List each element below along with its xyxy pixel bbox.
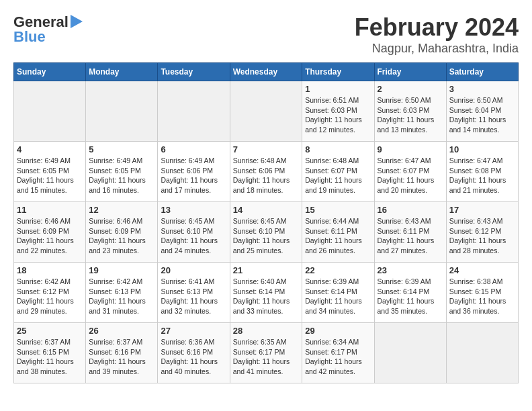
- day-info: Sunrise: 6:43 AM Sunset: 6:11 PM Dayligh…: [378, 216, 443, 256]
- day-info: Sunrise: 6:42 AM Sunset: 6:12 PM Dayligh…: [17, 277, 83, 316]
- calendar-cell: 27Sunrise: 6:36 AM Sunset: 6:16 PM Dayli…: [158, 323, 230, 383]
- day-info: Sunrise: 6:49 AM Sunset: 6:05 PM Dayligh…: [89, 156, 154, 195]
- calendar-cell: [230, 81, 302, 142]
- day-info: Sunrise: 6:46 AM Sunset: 6:09 PM Dayligh…: [17, 216, 83, 256]
- calendar-header-monday: Monday: [86, 63, 158, 81]
- day-number: 4: [17, 144, 83, 154]
- day-number: 21: [233, 265, 300, 275]
- day-info: Sunrise: 6:49 AM Sunset: 6:05 PM Dayligh…: [17, 156, 83, 195]
- svg-marker-0: [71, 15, 83, 28]
- calendar-cell: 7Sunrise: 6:48 AM Sunset: 6:06 PM Daylig…: [230, 142, 302, 202]
- day-info: Sunrise: 6:49 AM Sunset: 6:06 PM Dayligh…: [161, 156, 226, 195]
- calendar-header-saturday: Saturday: [446, 63, 518, 81]
- calendar-week-3: 11Sunrise: 6:46 AM Sunset: 6:09 PM Dayli…: [14, 202, 519, 263]
- day-number: 3: [449, 84, 515, 94]
- calendar-cell: 28Sunrise: 6:35 AM Sunset: 6:17 PM Dayli…: [230, 323, 302, 383]
- day-number: 14: [233, 205, 300, 215]
- day-info: Sunrise: 6:37 AM Sunset: 6:15 PM Dayligh…: [17, 337, 83, 377]
- day-info: Sunrise: 6:41 AM Sunset: 6:13 PM Dayligh…: [161, 277, 226, 316]
- calendar-cell: 25Sunrise: 6:37 AM Sunset: 6:15 PM Dayli…: [14, 323, 86, 383]
- day-info: Sunrise: 6:48 AM Sunset: 6:07 PM Dayligh…: [305, 156, 371, 195]
- calendar-cell: [14, 81, 86, 142]
- day-info: Sunrise: 6:39 AM Sunset: 6:14 PM Dayligh…: [305, 277, 371, 316]
- day-info: Sunrise: 6:38 AM Sunset: 6:15 PM Dayligh…: [449, 277, 515, 316]
- day-number: 18: [17, 265, 83, 275]
- day-info: Sunrise: 6:47 AM Sunset: 6:07 PM Dayligh…: [378, 156, 443, 195]
- calendar-cell: 13Sunrise: 6:45 AM Sunset: 6:10 PM Dayli…: [158, 202, 230, 263]
- calendar-cell: 24Sunrise: 6:38 AM Sunset: 6:15 PM Dayli…: [446, 263, 518, 323]
- logo-arrow-icon: [71, 15, 83, 31]
- day-number: 29: [305, 326, 371, 336]
- day-info: Sunrise: 6:45 AM Sunset: 6:10 PM Dayligh…: [161, 216, 226, 256]
- calendar-cell: [446, 323, 518, 383]
- day-info: Sunrise: 6:50 AM Sunset: 6:04 PM Dayligh…: [449, 95, 515, 135]
- day-number: 17: [449, 205, 515, 215]
- day-number: 25: [17, 326, 83, 336]
- day-info: Sunrise: 6:34 AM Sunset: 6:17 PM Dayligh…: [305, 337, 371, 377]
- calendar-cell: 3Sunrise: 6:50 AM Sunset: 6:04 PM Daylig…: [446, 81, 518, 142]
- calendar-cell: 18Sunrise: 6:42 AM Sunset: 6:12 PM Dayli…: [14, 263, 86, 323]
- calendar-table: SundayMondayTuesdayWednesdayThursdayFrid…: [13, 62, 519, 383]
- calendar-cell: 10Sunrise: 6:47 AM Sunset: 6:08 PM Dayli…: [446, 142, 518, 202]
- calendar-cell: 14Sunrise: 6:45 AM Sunset: 6:10 PM Dayli…: [230, 202, 302, 263]
- calendar-header-thursday: Thursday: [302, 63, 374, 81]
- day-number: 28: [233, 326, 300, 336]
- calendar-header-friday: Friday: [374, 63, 446, 81]
- day-info: Sunrise: 6:40 AM Sunset: 6:14 PM Dayligh…: [233, 277, 300, 316]
- day-info: Sunrise: 6:37 AM Sunset: 6:16 PM Dayligh…: [89, 337, 154, 377]
- calendar-cell: 15Sunrise: 6:44 AM Sunset: 6:11 PM Dayli…: [302, 202, 374, 263]
- day-number: 10: [449, 144, 515, 154]
- day-number: 13: [161, 205, 226, 215]
- calendar-cell: 19Sunrise: 6:42 AM Sunset: 6:13 PM Dayli…: [86, 263, 158, 323]
- day-number: 7: [233, 144, 300, 154]
- calendar-cell: 9Sunrise: 6:47 AM Sunset: 6:07 PM Daylig…: [374, 142, 446, 202]
- day-number: 12: [89, 205, 154, 215]
- calendar-week-5: 25Sunrise: 6:37 AM Sunset: 6:15 PM Dayli…: [14, 323, 519, 383]
- calendar-cell: 11Sunrise: 6:46 AM Sunset: 6:09 PM Dayli…: [14, 202, 86, 263]
- day-number: 15: [305, 205, 371, 215]
- day-number: 16: [378, 205, 443, 215]
- day-info: Sunrise: 6:42 AM Sunset: 6:13 PM Dayligh…: [89, 277, 154, 316]
- day-number: 2: [378, 84, 443, 94]
- calendar-week-2: 4Sunrise: 6:49 AM Sunset: 6:05 PM Daylig…: [14, 142, 519, 202]
- day-info: Sunrise: 6:50 AM Sunset: 6:03 PM Dayligh…: [378, 95, 443, 135]
- day-number: 22: [305, 265, 371, 275]
- day-number: 9: [378, 144, 443, 154]
- calendar-cell: [86, 81, 158, 142]
- day-info: Sunrise: 6:46 AM Sunset: 6:09 PM Dayligh…: [89, 216, 154, 256]
- calendar-cell: 23Sunrise: 6:39 AM Sunset: 6:14 PM Dayli…: [374, 263, 446, 323]
- day-number: 5: [89, 144, 154, 154]
- calendar-cell: 22Sunrise: 6:39 AM Sunset: 6:14 PM Dayli…: [302, 263, 374, 323]
- calendar-title: February 2024: [355, 13, 519, 42]
- day-info: Sunrise: 6:36 AM Sunset: 6:16 PM Dayligh…: [161, 337, 226, 377]
- day-number: 27: [161, 326, 226, 336]
- day-info: Sunrise: 6:39 AM Sunset: 6:14 PM Dayligh…: [378, 277, 443, 316]
- calendar-cell: [374, 323, 446, 383]
- day-info: Sunrise: 6:48 AM Sunset: 6:06 PM Dayligh…: [233, 156, 300, 195]
- calendar-body: 1Sunrise: 6:51 AM Sunset: 6:03 PM Daylig…: [14, 81, 519, 383]
- calendar-cell: 5Sunrise: 6:49 AM Sunset: 6:05 PM Daylig…: [86, 142, 158, 202]
- day-number: 6: [161, 144, 226, 154]
- calendar-header-row: SundayMondayTuesdayWednesdayThursdayFrid…: [14, 63, 519, 81]
- day-number: 24: [449, 265, 515, 275]
- calendar-cell: 12Sunrise: 6:46 AM Sunset: 6:09 PM Dayli…: [86, 202, 158, 263]
- logo-blue-text: Blue: [13, 28, 46, 46]
- calendar-title-section: February 2024 Nagpur, Maharashtra, India: [355, 13, 519, 56]
- page-header: General Blue February 2024 Nagpur, Mahar…: [13, 13, 519, 56]
- calendar-cell: 21Sunrise: 6:40 AM Sunset: 6:14 PM Dayli…: [230, 263, 302, 323]
- calendar-cell: 29Sunrise: 6:34 AM Sunset: 6:17 PM Dayli…: [302, 323, 374, 383]
- day-info: Sunrise: 6:43 AM Sunset: 6:12 PM Dayligh…: [449, 216, 515, 256]
- calendar-cell: 8Sunrise: 6:48 AM Sunset: 6:07 PM Daylig…: [302, 142, 374, 202]
- day-number: 8: [305, 144, 371, 154]
- day-info: Sunrise: 6:51 AM Sunset: 6:03 PM Dayligh…: [305, 95, 371, 135]
- calendar-header-sunday: Sunday: [14, 63, 86, 81]
- calendar-week-1: 1Sunrise: 6:51 AM Sunset: 6:03 PM Daylig…: [14, 81, 519, 142]
- calendar-cell: [158, 81, 230, 142]
- calendar-cell: 2Sunrise: 6:50 AM Sunset: 6:03 PM Daylig…: [374, 81, 446, 142]
- day-info: Sunrise: 6:44 AM Sunset: 6:11 PM Dayligh…: [305, 216, 371, 256]
- day-number: 11: [17, 205, 83, 215]
- calendar-week-4: 18Sunrise: 6:42 AM Sunset: 6:12 PM Dayli…: [14, 263, 519, 323]
- logo: General Blue: [13, 13, 83, 46]
- day-number: 19: [89, 265, 154, 275]
- calendar-cell: 4Sunrise: 6:49 AM Sunset: 6:05 PM Daylig…: [14, 142, 86, 202]
